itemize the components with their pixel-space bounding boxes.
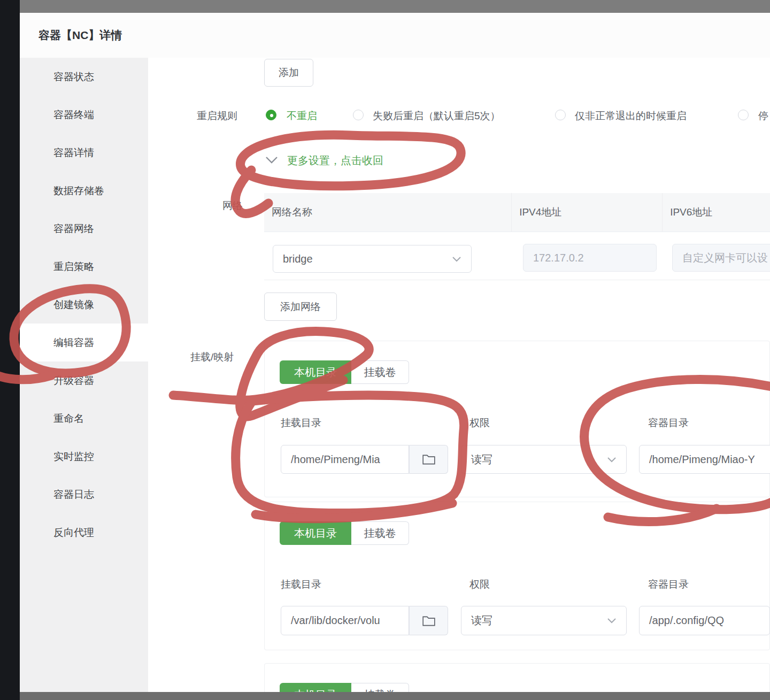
chevron-down-icon	[607, 618, 617, 624]
radio-restart-stopped[interactable]	[738, 110, 749, 120]
target-dir-input[interactable]: /app/.config/QQ	[639, 606, 770, 635]
network-table-header: 网络名称 IPV4地址 IPV6地址	[264, 193, 770, 232]
sidebar-item-label: 反向代理	[53, 526, 94, 540]
source-dir-label: 挂载目录	[281, 416, 321, 430]
sidebar-item-label: 升级容器	[53, 374, 94, 388]
column-ipv4: IPV4地址	[512, 193, 663, 232]
tab-local-directory[interactable]: 本机目录	[280, 360, 351, 384]
sidebar-item-label: 重启策略	[53, 260, 94, 274]
source-dir-label: 挂载目录	[281, 578, 321, 591]
source-dir-input[interactable]: /var/lib/docker/volu	[281, 606, 409, 635]
folder-icon	[422, 615, 436, 627]
network-section-label: 网络	[222, 199, 243, 213]
ipv6-address-input: 自定义网卡可以设	[672, 244, 770, 272]
add-network-button[interactable]: 添加网络	[264, 293, 337, 321]
radio-restart-on-failure[interactable]	[353, 110, 364, 120]
sidebar-item-live-monitor[interactable]: 实时监控	[20, 437, 148, 475]
mounts-section-label: 挂载/映射	[190, 350, 234, 364]
sidebar-item-label: 实时监控	[53, 450, 94, 464]
source-dir-input[interactable]: /home/Pimeng/Mia	[281, 445, 409, 474]
background-bar-top	[20, 0, 770, 13]
permission-label: 权限	[469, 578, 490, 591]
column-ipv6: IPV6地址	[663, 193, 770, 232]
ipv4-address-input: 172.17.0.2	[523, 244, 657, 272]
sidebar-item-reverse-proxy[interactable]: 反向代理	[20, 513, 148, 551]
background-strip-left	[0, 0, 20, 700]
radio-restart-stopped-label[interactable]: 停	[758, 109, 768, 123]
sidebar-item-label: 重命名	[53, 412, 84, 426]
chevron-down-icon	[452, 256, 461, 262]
network-name-value: bridge	[283, 253, 313, 265]
sidebar-item-label: 编辑容器	[53, 336, 94, 350]
sidebar-item-create-image[interactable]: 创建镜像	[20, 286, 148, 324]
sidebar-item-label: 创建镜像	[53, 298, 94, 312]
sidebar-item-data-volumes[interactable]: 数据存储卷	[20, 172, 148, 210]
chevron-down-icon	[607, 457, 617, 463]
sidebar-item-label: 容器日志	[53, 488, 94, 502]
more-settings-link[interactable]: 更多设置，点击收回	[287, 153, 383, 168]
radio-restart-unless-clean-exit[interactable]	[555, 110, 566, 120]
chevron-down-icon	[265, 156, 278, 164]
tab-local-directory[interactable]: 本机目录	[280, 521, 351, 545]
radio-no-restart-label[interactable]: 不重启	[287, 109, 317, 123]
sidebar-item-label: 容器状态	[53, 70, 94, 84]
sidebar-item-label: 数据存储卷	[53, 184, 104, 198]
radio-restart-unless-clean-exit-label[interactable]: 仅非正常退出的时候重启	[575, 109, 687, 123]
tab-mount-volume[interactable]: 挂载卷	[351, 521, 409, 545]
sidebar-item-label: 容器详情	[53, 146, 94, 160]
target-dir-input[interactable]: /home/Pimeng/Miao-Y	[639, 445, 770, 474]
sidebar-item-restart-policy[interactable]: 重启策略	[20, 248, 148, 286]
dialog-header	[20, 13, 770, 58]
add-button[interactable]: 添加	[264, 59, 313, 87]
browse-folder-button[interactable]	[409, 606, 448, 635]
page-title: 容器【NC】详情	[38, 28, 122, 43]
sidebar: 容器状态 容器终端 容器详情 数据存储卷 容器网络 重启策略 创建镜像 编辑容器…	[20, 58, 148, 692]
sidebar-item-container-logs[interactable]: 容器日志	[20, 475, 148, 513]
sidebar-item-edit-container[interactable]: 编辑容器	[20, 324, 148, 361]
target-dir-label: 容器目录	[648, 578, 689, 591]
permission-select[interactable]: 读写	[461, 445, 627, 474]
permission-label: 权限	[469, 416, 490, 430]
folder-icon	[422, 453, 436, 465]
permission-select[interactable]: 读写	[461, 606, 627, 635]
permission-value: 读写	[471, 452, 492, 467]
network-name-select[interactable]: bridge	[273, 245, 472, 273]
sidebar-item-container-detail[interactable]: 容器详情	[20, 134, 148, 172]
screenshot-canvas: 容器【NC】详情 容器状态 容器终端 容器详情 数据存储卷 容器网络 重启策略 …	[0, 0, 770, 700]
sidebar-item-container-terminal[interactable]: 容器终端	[20, 96, 148, 134]
sidebar-item-container-network[interactable]: 容器网络	[20, 210, 148, 248]
sidebar-item-rename[interactable]: 重命名	[20, 399, 148, 437]
tab-mount-volume[interactable]: 挂载卷	[351, 360, 409, 384]
restart-rule-label: 重启规则	[197, 109, 237, 123]
permission-value: 读写	[471, 613, 492, 628]
sidebar-item-label: 容器终端	[53, 108, 94, 122]
sidebar-item-container-status[interactable]: 容器状态	[20, 58, 148, 96]
column-network-name: 网络名称	[264, 193, 512, 232]
sidebar-item-upgrade-container[interactable]: 升级容器	[20, 361, 148, 399]
sidebar-item-label: 容器网络	[53, 222, 94, 236]
target-dir-label: 容器目录	[648, 416, 689, 430]
background-bar-bottom	[20, 692, 770, 700]
radio-no-restart[interactable]	[266, 110, 276, 120]
radio-restart-on-failure-label[interactable]: 失败后重启（默认重启5次）	[373, 109, 500, 123]
browse-folder-button[interactable]	[409, 445, 448, 474]
